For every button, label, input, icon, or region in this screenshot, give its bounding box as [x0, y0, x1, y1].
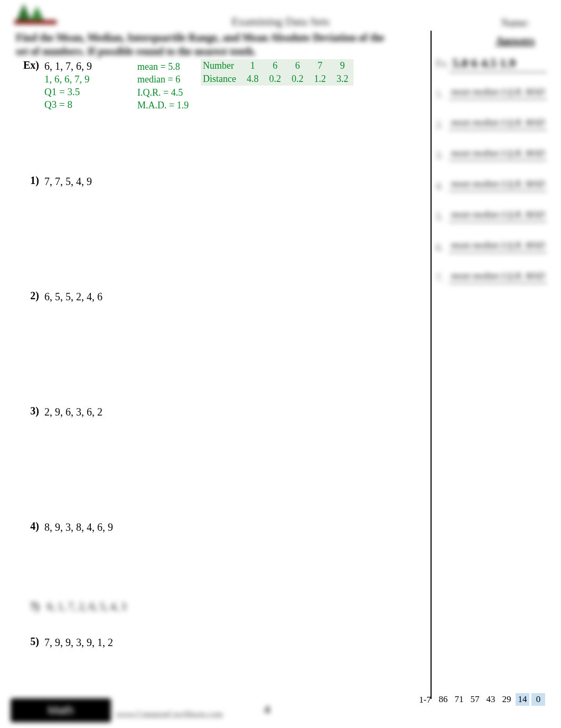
table-cell: 4.8: [241, 72, 264, 86]
answer-value: mean median I.Q.R. MAD: [449, 240, 547, 253]
answer-row: 4. mean median I.Q.R. MAD: [436, 176, 547, 206]
table-cell: 7: [308, 59, 331, 72]
answer-value: mean median I.Q.R. MAD: [449, 87, 547, 99]
problem-2: 2) 6, 5, 5, 2, 4, 6: [16, 290, 417, 353]
problem-numbers: 6, 1, 7, 2, 6, 5, 4, 3: [47, 601, 126, 613]
example-stats: mean = 5.8 median = 6 I.Q.R. = 4.5 M.A.D…: [137, 60, 189, 112]
answer-value: mean median I.Q.R. MAD: [449, 209, 547, 222]
answer-index: 5.: [436, 211, 443, 223]
answers-header: Answers: [496, 35, 535, 47]
answer-index: 6.: [436, 242, 443, 253]
vertical-divider: [431, 31, 432, 699]
problem-5: 5) 7, 9, 9, 3, 9, 1, 2: [16, 635, 417, 699]
table-cell: 0.2: [264, 72, 286, 86]
instructions: Find the Mean, Median, Interquartile Ran…: [16, 31, 392, 58]
problem-label: 2): [16, 290, 39, 302]
answer-row: 2. mean median I.Q.R. MAD: [436, 114, 547, 145]
table-cell: Distance: [201, 72, 241, 86]
problem-4: 4) 8, 9, 3, 8, 4, 6, 9: [16, 520, 417, 584]
problem-label: 1): [16, 174, 39, 187]
example-mad: M.A.D. = 1.9: [137, 99, 189, 112]
answer-row: 7. mean median I.Q.R. MAD: [436, 268, 547, 298]
table-cell: 0.2: [286, 72, 309, 86]
problem-label: 5): [16, 635, 39, 648]
table-cell: 9: [331, 59, 354, 72]
table-row: Number 1 6 6 7 9: [201, 59, 353, 72]
answer-index: 2.: [436, 119, 443, 131]
name-label: Name:: [501, 17, 529, 29]
table-row: Distance 4.8 0.2 0.2 1.2 3.2: [201, 72, 353, 86]
example-median: median = 6: [137, 73, 189, 86]
table-cell: Number: [201, 59, 241, 72]
answers-column: Ex. 5.8 6 4.5 1.9 1. mean median I.Q.R. …: [436, 53, 547, 298]
answer-index: 1.: [436, 89, 443, 100]
answer-index: Ex.: [436, 58, 449, 69]
header: Examining Data Sets Name:: [11, 0, 550, 27]
example-mean: mean = 5.8: [137, 60, 189, 73]
example-work: 1, 6, 6, 7, 9 Q1 = 3.5 Q3 = 8: [44, 73, 90, 110]
footer-url: www.CommonCoreSheets.com: [116, 710, 223, 720]
worksheet-title: Examining Data Sets: [11, 15, 550, 29]
problem-numbers: 6, 1, 7, 6, 9: [44, 60, 92, 72]
problem-label: 4): [16, 520, 39, 532]
example-q1: Q1 = 3.5: [44, 86, 90, 98]
example-q3: Q3 = 8: [44, 98, 90, 111]
table-cell: 6: [264, 59, 286, 72]
answer-row: 5. mean median I.Q.R. MAD: [436, 206, 547, 237]
footer: Math www.CommonCoreSheets.com 4: [11, 698, 550, 725]
answer-value: mean median I.Q.R. MAD: [449, 271, 547, 283]
answer-row: 6. mean median I.Q.R. MAD: [436, 237, 547, 268]
problem-label: 7): [16, 601, 39, 613]
table-cell: 3.2: [331, 72, 354, 86]
example-table: Number 1 6 6 7 9 Distance 4.8 0.2 0.2 1.…: [201, 59, 353, 86]
answer-value: mean median I.Q.R. MAD: [449, 148, 547, 161]
example-sorted: 1, 6, 6, 7, 9: [44, 73, 90, 86]
problem-numbers: 7, 7, 5, 4, 9: [44, 176, 92, 188]
answer-value: mean median I.Q.R. MAD: [449, 117, 547, 130]
answer-row-ex: Ex. 5.8 6 4.5 1.9: [436, 53, 547, 84]
problems-area: Ex) 6, 1, 7, 6, 9 1, 6, 6, 7, 9 Q1 = 3.5…: [16, 59, 417, 728]
problem-label: 3): [16, 405, 39, 417]
table-cell: 1: [241, 59, 264, 72]
footer-page: 4: [264, 703, 270, 716]
problem-numbers: 7, 9, 9, 3, 9, 1, 2: [44, 637, 113, 649]
worksheet-page: Examining Data Sets Name: Find the Mean,…: [0, 0, 561, 728]
answer-row: 1. mean median I.Q.R. MAD: [436, 84, 547, 114]
example-iqr: I.Q.R. = 4.5: [137, 86, 189, 99]
answer-index: 3.: [436, 150, 443, 161]
problem-7: 7) 6, 1, 7, 2, 6, 5, 4, 3: [16, 601, 126, 613]
problem-numbers: 2, 9, 6, 3, 6, 2: [44, 406, 102, 418]
answer-index: 4.: [436, 181, 443, 192]
answer-value: mean median I.Q.R. MAD: [449, 179, 547, 191]
answer-index: 7.: [436, 273, 443, 284]
problem-label: Ex): [16, 59, 39, 71]
table-cell: 6: [286, 59, 309, 72]
problem-3: 3) 2, 9, 6, 3, 6, 2: [16, 405, 417, 468]
answer-value: 5.8 6 4.5 1.9: [449, 56, 547, 72]
problem-numbers: 8, 9, 3, 8, 4, 6, 9: [44, 521, 113, 533]
problem-1: 1) 7, 7, 5, 4, 9: [16, 174, 417, 238]
answer-row: 3. mean median I.Q.R. MAD: [436, 145, 547, 176]
table-cell: 1.2: [308, 72, 331, 86]
problem-numbers: 6, 5, 5, 2, 4, 6: [44, 291, 102, 303]
example-problem: Ex) 6, 1, 7, 6, 9 1, 6, 6, 7, 9 Q1 = 3.5…: [16, 59, 417, 123]
footer-logo: Math: [11, 698, 111, 722]
